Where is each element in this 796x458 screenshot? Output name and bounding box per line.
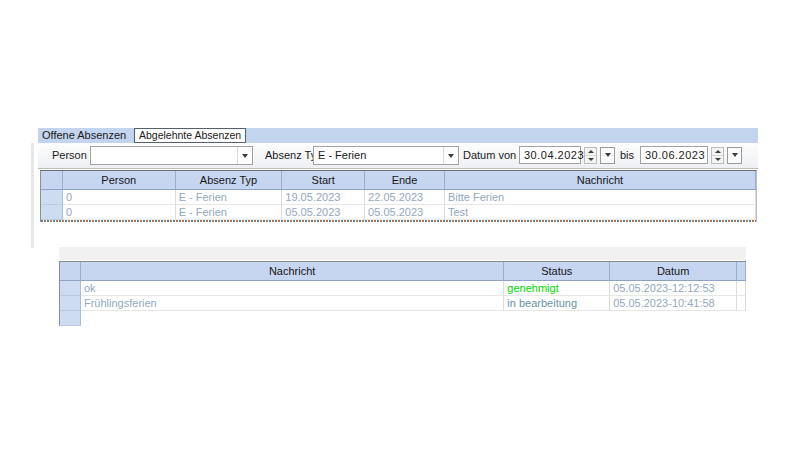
spinner-up-icon [588, 150, 594, 153]
spinner-up-button[interactable] [585, 148, 596, 156]
column-header-nachricht[interactable]: Nachricht [81, 262, 504, 281]
table-row[interactable]: 0 E - Ferien 19.05.2023 22.05.2023 Bitte… [41, 190, 756, 205]
column-header-datum[interactable]: Datum [610, 262, 737, 281]
tab-strip: Offene Absenzen Abgelehnte Absenzen [38, 128, 758, 143]
column-header-absenz-typ[interactable]: Absenz Typ [176, 171, 283, 190]
new-row-indicator [41, 220, 756, 222]
cell-person[interactable]: 0 [63, 190, 176, 205]
bis-dropdown-button[interactable] [727, 147, 742, 164]
dropdown-arrow-icon [732, 153, 738, 157]
person-combobox[interactable] [90, 146, 253, 165]
grid-header-row: Nachricht Status Datum [60, 262, 746, 281]
dropdown-arrow-icon [242, 154, 248, 158]
cell-filler [737, 296, 746, 311]
cell-absenz-typ[interactable]: E - Ferien [176, 190, 283, 205]
column-header-status[interactable]: Status [504, 262, 610, 281]
datum-von-datepicker: 30.04.2023 [519, 146, 615, 164]
history-grid: Nachricht Status Datum ok genehmigt 05.0… [59, 261, 746, 326]
table-row[interactable]: 0 E - Ferien 05.05.2023 05.05.2023 Test [41, 205, 756, 220]
cell-start[interactable]: 19.05.2023 [282, 190, 365, 205]
cell-nachricht[interactable]: ok [81, 281, 504, 296]
spinner-down-icon [715, 158, 721, 161]
grid-corner-cell[interactable] [41, 171, 63, 190]
bis-label: bis [620, 149, 634, 161]
spinner-up-button[interactable] [712, 148, 723, 156]
person-combobox-dropdown-button[interactable] [237, 147, 252, 164]
person-combobox-value [91, 147, 237, 164]
column-header-ende[interactable]: Ende [365, 171, 445, 190]
spinner-up-icon [715, 150, 721, 153]
column-header-nachricht[interactable]: Nachricht [445, 171, 756, 190]
datum-von-spinner[interactable] [584, 147, 597, 164]
bis-field[interactable]: 30.06.2023 [640, 146, 708, 164]
cell-ende[interactable]: 05.05.2023 [365, 205, 445, 220]
cell-absenz-typ[interactable]: E - Ferien [176, 205, 283, 220]
app-window: Offene Absenzen Abgelehnte Absenzen Pers… [0, 0, 796, 458]
cell-filler [737, 281, 746, 296]
absenz-typ-combobox-value: E - Ferien [314, 147, 443, 164]
filter-toolbar: Person Absenz Typ E - Ferien Datum von 3… [38, 143, 758, 169]
spinner-down-icon [588, 158, 594, 161]
grid-header-row: Person Absenz Typ Start Ende Nachricht [41, 171, 756, 190]
row-header-cell[interactable] [60, 281, 81, 296]
bis-datepicker: 30.06.2023 [640, 146, 742, 164]
panel-spacer [59, 247, 746, 260]
grid-corner-cell[interactable] [60, 262, 81, 281]
cell-ende[interactable]: 22.05.2023 [365, 190, 445, 205]
cell-nachricht[interactable]: Test [445, 205, 756, 220]
spinner-down-button[interactable] [585, 156, 596, 163]
table-row[interactable]: ok genehmigt 05.05.2023-12:12:53 [60, 281, 746, 296]
row-header-cell[interactable] [60, 311, 81, 326]
bis-spinner[interactable] [711, 147, 724, 164]
cell-nachricht[interactable]: Bitte Ferien [445, 190, 756, 205]
row-header-cell[interactable] [41, 190, 63, 205]
cell-person[interactable]: 0 [63, 205, 176, 220]
cell-nachricht[interactable]: Frühlingsferien [81, 296, 504, 311]
column-header-person[interactable]: Person [63, 171, 176, 190]
datum-von-dropdown-button[interactable] [600, 147, 615, 164]
dropdown-arrow-icon [448, 154, 454, 158]
cell-datum[interactable]: 05.05.2023-12:12:53 [610, 281, 737, 296]
cell-status[interactable]: genehmigt [504, 281, 610, 296]
column-header-start[interactable]: Start [282, 171, 365, 190]
panel-left-edge [31, 143, 34, 248]
absenz-typ-combobox[interactable]: E - Ferien [313, 146, 459, 165]
table-row[interactable]: Frühlingsferien in bearbeitung 05.05.202… [60, 296, 746, 311]
row-header-cell[interactable] [41, 205, 63, 220]
cell-start[interactable]: 05.05.2023 [282, 205, 365, 220]
person-label: Person [52, 149, 87, 161]
open-absences-grid: Person Absenz Typ Start Ende Nachricht 0… [40, 170, 757, 222]
column-header-filler [737, 262, 746, 281]
datum-von-label: Datum von [463, 149, 516, 161]
datum-von-field[interactable]: 30.04.2023 [519, 146, 581, 164]
cell-datum[interactable]: 05.05.2023-10:41:58 [610, 296, 737, 311]
cell-status[interactable]: in bearbeitung [504, 296, 610, 311]
dropdown-arrow-icon [605, 153, 611, 157]
tab-abgelehnte-absenzen[interactable]: Abgelehnte Absenzen [134, 128, 246, 143]
absenz-typ-combobox-dropdown-button[interactable] [443, 147, 458, 164]
spinner-down-button[interactable] [712, 156, 723, 163]
row-header-cell[interactable] [60, 296, 81, 311]
new-row[interactable] [60, 311, 746, 326]
tab-offene-absenzen[interactable]: Offene Absenzen [42, 129, 126, 142]
